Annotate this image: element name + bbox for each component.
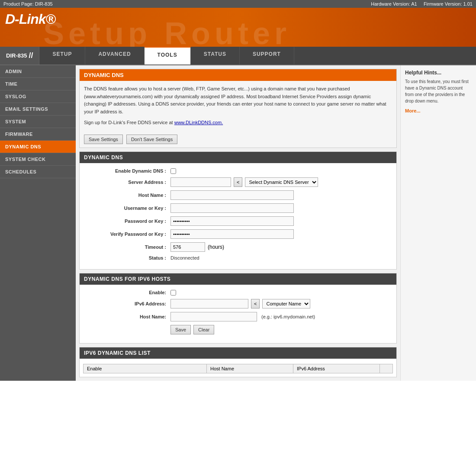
sidebar-item-firmware[interactable]: FIRMWARE <box>0 128 76 141</box>
enable-ddns-checkbox[interactable] <box>170 168 176 174</box>
timeout-label: Timeout : <box>84 244 170 250</box>
server-address-label: Server Address : <box>84 180 170 185</box>
verify-password-field <box>170 229 294 239</box>
status-label: Status : <box>84 255 170 260</box>
info-box: DYNAMIC DNS The DDNS feature allows you … <box>79 69 397 148</box>
dynamic-dns-section: DYNAMIC DNS Enable Dynamic DNS : Server … <box>79 151 397 270</box>
host-name-row: Host Name : <box>84 190 392 200</box>
ipv6-buttons-row: Save Clear <box>84 325 392 334</box>
info-box-buttons: Save Settings Don't Save Settings <box>80 131 396 148</box>
tab-advanced[interactable]: ADVANCED <box>85 47 144 64</box>
dont-save-settings-button[interactable]: Don't Save Settings <box>126 135 177 144</box>
save-settings-button[interactable]: Save Settings <box>84 135 123 144</box>
password-input[interactable] <box>170 216 294 226</box>
ipv6-save-button[interactable]: Save <box>170 325 191 334</box>
nav-tabs: DIR-835 // SETUP ADVANCED TOOLS STATUS S… <box>0 47 476 65</box>
timeout-field: (hours) <box>170 242 224 252</box>
ddns-link[interactable]: www.DLinkDDNS.com. <box>174 120 223 125</box>
info-box-body: The DDNS feature allows you to host a se… <box>80 81 396 131</box>
server-address-arrow-button[interactable]: < <box>234 177 242 187</box>
ipv6-table-col-hostname: Host Name <box>207 364 293 373</box>
username-input[interactable] <box>170 203 294 213</box>
ipv6-enable-row: Enable: <box>84 290 392 296</box>
sidebar-item-dynamic-dns[interactable]: DYNAMIC DNS <box>0 141 76 153</box>
ipv6-list-table: Enable Host Name IPv6 Address <box>83 364 393 373</box>
ipv6-address-input[interactable] <box>170 299 248 308</box>
status-value: Disconnected <box>170 255 199 260</box>
ipv6-table-col-action <box>380 364 393 373</box>
host-name-field <box>170 190 294 200</box>
status-row: Status : Disconnected <box>84 255 392 260</box>
ipv6-ddns-section-body: Enable: IPv6 Address: < Computer Name <box>80 285 396 343</box>
verify-password-label: Verify Password or Key : <box>84 231 170 237</box>
ipv6-enable-label: Enable: <box>84 290 170 295</box>
ipv6-list-section-title: IPV6 DYNAMIC DNS LIST <box>80 347 396 359</box>
verify-password-input[interactable] <box>170 229 294 239</box>
sidebar-item-schedules[interactable]: SCHEDULES <box>0 166 76 178</box>
hints-body: To use this feature, you must first have… <box>405 78 472 104</box>
ipv6-address-arrow-button[interactable]: < <box>251 299 260 308</box>
ipv6-action-buttons: Save Clear <box>170 325 214 334</box>
host-name-input[interactable] <box>170 190 294 200</box>
server-select[interactable]: Select Dynamic DNS Server <box>245 177 318 187</box>
ipv6-address-field: < Computer Name <box>170 299 310 308</box>
enable-ddns-row: Enable Dynamic DNS : <box>84 168 392 174</box>
dynamic-dns-section-body: Enable Dynamic DNS : Server Address : < … <box>80 163 396 269</box>
tab-support[interactable]: SUPPORT <box>240 47 294 64</box>
timeout-input[interactable] <box>170 242 205 252</box>
sidebar: ADMIN TIME SYSLOG EMAIL SETTINGS SYSTEM … <box>0 65 76 381</box>
verify-password-row: Verify Password or Key : <box>84 229 392 239</box>
sidebar-item-system[interactable]: SYSTEM <box>0 116 76 128</box>
password-row: Password or Key : <box>84 216 392 226</box>
hw-fw-label: Hardware Version: A1 Firmware Version: 1… <box>371 1 473 6</box>
ipv6-address-label: IPv6 Address: <box>84 301 170 306</box>
username-row: Username or Key : <box>84 203 392 213</box>
server-address-field: < Select Dynamic DNS Server <box>170 177 318 187</box>
tab-status[interactable]: STATUS <box>191 47 240 64</box>
host-name-label: Host Name : <box>84 193 170 198</box>
ipv6-computer-name-select[interactable]: Computer Name <box>262 299 310 308</box>
ipv6-list-section: IPV6 DYNAMIC DNS LIST Enable Host Name I… <box>79 347 397 377</box>
tab-setup[interactable]: SETUP <box>39 47 85 64</box>
ipv6-address-row: IPv6 Address: < Computer Name <box>84 299 392 308</box>
top-bar: Product Page: DIR-835 Hardware Version: … <box>0 0 476 8</box>
sidebar-item-admin[interactable]: ADMIN <box>0 65 76 78</box>
product-label: Product Page: DIR-835 <box>3 1 53 6</box>
ipv6-host-name-field: (e.g.: ipv6.mydomain.net) <box>170 312 315 321</box>
enable-ddns-field <box>170 168 176 174</box>
ipv6-table-col-enable: Enable <box>84 364 207 373</box>
ipv6-ddns-section: DYNAMIC DNS FOR IPV6 HOSTS Enable: IPv6 … <box>79 273 397 344</box>
sidebar-item-syslog[interactable]: SYSLOG <box>0 90 76 103</box>
content-area: DYNAMIC DNS The DDNS feature allows you … <box>76 65 400 381</box>
ipv6-host-name-hint: (e.g.: ipv6.mydomain.net) <box>261 314 315 319</box>
timeout-row: Timeout : (hours) <box>84 242 392 252</box>
sidebar-item-email-settings[interactable]: EMAIL SETTINGS <box>0 103 76 116</box>
sidebar-item-system-check[interactable]: SYSTEM CHECK <box>0 153 76 166</box>
username-field <box>170 203 294 213</box>
right-panel: Helpful Hints... To use this feature, yo… <box>400 65 476 381</box>
ipv6-host-name-input[interactable] <box>170 312 257 321</box>
password-label: Password or Key : <box>84 218 170 224</box>
ipv6-list-section-body: Enable Host Name IPv6 Address <box>80 359 396 377</box>
username-label: Username or Key : <box>84 206 170 211</box>
info-box-title: DYNAMIC DNS <box>80 69 396 81</box>
hints-title: Helpful Hints... <box>405 70 472 76</box>
header: D-Link® Setup Router <box>0 8 476 47</box>
logo: D-Link® <box>5 11 471 27</box>
server-address-row: Server Address : < Select Dynamic DNS Se… <box>84 177 392 187</box>
ipv6-ddns-section-title: DYNAMIC DNS FOR IPV6 HOSTS <box>80 273 396 285</box>
password-field <box>170 216 294 226</box>
ipv6-table-col-address: IPv6 Address <box>293 364 380 373</box>
sidebar-item-time[interactable]: TIME <box>0 78 76 90</box>
ipv6-enable-checkbox[interactable] <box>170 290 176 296</box>
hints-more-link[interactable]: More... <box>405 108 420 113</box>
ipv6-clear-button[interactable]: Clear <box>193 325 214 334</box>
enable-ddns-label: Enable Dynamic DNS : <box>84 168 170 173</box>
tab-tools[interactable]: TOOLS <box>145 47 191 64</box>
ipv6-host-name-label: Host Name: <box>84 314 170 319</box>
dynamic-dns-section-title: DYNAMIC DNS <box>80 152 396 163</box>
status-field: Disconnected <box>170 255 199 260</box>
main-layout: ADMIN TIME SYSLOG EMAIL SETTINGS SYSTEM … <box>0 65 476 381</box>
server-address-input[interactable] <box>170 177 231 187</box>
ipv6-enable-field <box>170 290 176 296</box>
